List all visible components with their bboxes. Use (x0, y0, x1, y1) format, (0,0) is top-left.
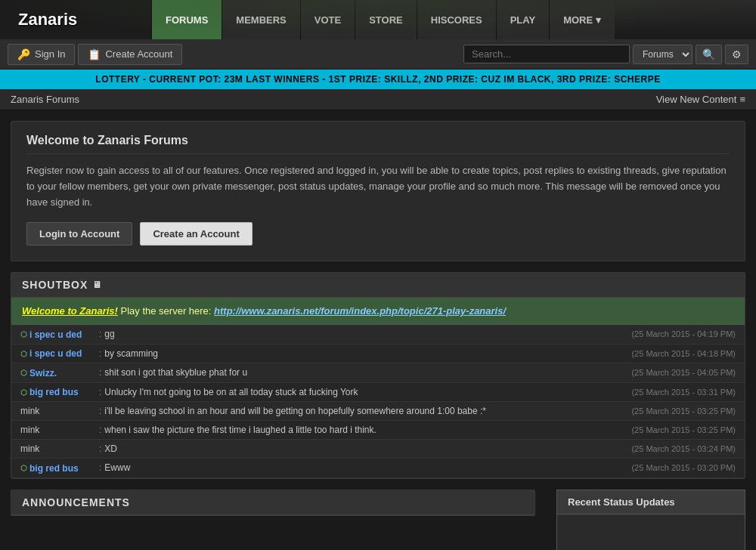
sign-in-button[interactable]: 🔑 Sign In (8, 44, 75, 65)
shout-user[interactable]: ⬡ Swizz. (20, 368, 96, 379)
shout-timestamp: (25 March 2015 - 03:24 PM) (631, 444, 736, 453)
shout-separator: : (99, 387, 101, 397)
shout-user[interactable]: ⬡ big red bus (20, 463, 96, 474)
sign-in-label: Sign In (35, 48, 65, 60)
nav-item-store[interactable]: STORE (355, 0, 417, 39)
search-button[interactable]: 🔍 (696, 45, 722, 64)
shoutbox-header: SHOUTBOX 🖥 (11, 273, 745, 298)
shout-timestamp: (25 March 2015 - 04:18 PM) (631, 349, 736, 358)
shout-user[interactable]: mink (20, 425, 96, 435)
shout-message: i'll be leaving school in an hour and wi… (104, 406, 624, 416)
announcements-section: ANNOUNCEMENTS (11, 490, 535, 516)
user-rank-icon: ⬡ (20, 388, 27, 397)
shoutbox-section: SHOUTBOX 🖥 Welcome to Zanaris! Play the … (11, 272, 745, 479)
shout-timestamp: (25 March 2015 - 03:31 PM) (631, 388, 736, 397)
site-logo[interactable]: Zanaris (0, 0, 151, 39)
shout-user[interactable]: mink (20, 443, 96, 454)
shout-timestamp: (25 March 2015 - 03:25 PM) (631, 406, 736, 416)
shoutbox-welcome-msg: Welcome to Zanaris! Play the server here… (11, 298, 745, 325)
shout-message: Unlucky I'm not going to be on at all to… (104, 387, 624, 397)
shout-timestamp: (25 March 2015 - 03:20 PM) (631, 463, 736, 472)
breadcrumb-bar: Zanaris Forums View New Content ≡ (0, 89, 756, 110)
user-rank-icon: ⬡ (20, 369, 27, 377)
welcome-buttons: Login to Account Create an Account (26, 222, 730, 246)
shout-row: mink : when i saw the picture the first … (11, 421, 745, 440)
lottery-bar: LOTTERY - CURRENT POT: 23M LAST WINNERS … (0, 70, 756, 89)
shoutbox-icon: 🖥 (92, 280, 102, 290)
welcome-box: Welcome to Zanaris Forums Register now t… (11, 121, 745, 261)
shout-message: Ewww (104, 462, 624, 473)
nav-item-vote[interactable]: VOTE (300, 0, 355, 39)
shout-separator: : (99, 367, 101, 378)
shout-message: when i saw the picture the first time i … (104, 425, 624, 435)
view-new-content-button[interactable]: View New Content ≡ (656, 94, 745, 105)
create-icon: 📋 (88, 48, 101, 60)
shout-row: ⬡ big red bus : Unlucky I'm not going to… (11, 383, 745, 403)
user-rank-icon: ⬡ (20, 330, 27, 338)
nav-item-members[interactable]: MEMBERS (222, 0, 299, 39)
welcome-text-part: Play the server here: (118, 305, 214, 317)
shout-message: shit son i got that skyblue phat for u (104, 367, 624, 378)
shout-row: mink : i'll be leaving school in an hour… (11, 402, 745, 421)
user-rank-icon: ⬡ (20, 464, 27, 472)
create-account-label: Create Account (105, 48, 172, 60)
shout-row: ⬡ big red bus : Ewww (25 March 2015 - 03… (11, 459, 745, 478)
welcome-bold-link[interactable]: Welcome to Zanaris! (22, 305, 118, 317)
shout-timestamp: (25 March 2015 - 04:19 PM) (631, 329, 736, 338)
shout-timestamp: (25 March 2015 - 04:05 PM) (631, 368, 736, 377)
shout-row: mink : XD (25 March 2015 - 03:24 PM) (11, 440, 745, 459)
shout-row: ⬡ i spec u ded : by scamming (25 March 2… (11, 345, 745, 364)
nav-links: FORUMSMEMBERSVOTESTOREHISCORESPLAYMORE ▾ (151, 0, 756, 39)
bottom-left: ANNOUNCEMENTS (11, 490, 535, 527)
shout-timestamp: (25 March 2015 - 03:25 PM) (631, 425, 736, 434)
nav-item-forums[interactable]: FORUMS (151, 0, 222, 39)
shout-separator: : (99, 348, 101, 359)
shoutbox-body: Welcome to Zanaris! Play the server here… (11, 298, 745, 478)
login-to-account-button[interactable]: Login to Account (26, 222, 132, 246)
signin-icon: 🔑 (17, 48, 30, 60)
shout-row: ⬡ Swizz. : shit son i got that skyblue p… (11, 363, 745, 383)
create-account-button[interactable]: 📋 Create Account (78, 44, 182, 65)
create-an-account-button[interactable]: Create an Account (140, 222, 252, 246)
welcome-text: Register now to gain access to all of ou… (26, 163, 730, 210)
top-navigation: Zanaris FORUMSMEMBERSVOTESTOREHISCORESPL… (0, 0, 756, 39)
shout-separator: : (99, 443, 101, 454)
main-content: Welcome to Zanaris Forums Register now t… (0, 110, 756, 550)
server-link[interactable]: http://www.zanaris.net/forum/index.php/t… (214, 305, 506, 317)
search-scope-select[interactable]: Forums (633, 45, 692, 64)
status-panel: Recent Status Updates (556, 490, 745, 550)
list-icon: ≡ (739, 94, 745, 105)
user-rank-icon: ⬡ (20, 350, 27, 358)
view-new-content-label: View New Content (656, 94, 737, 105)
shout-separator: : (99, 329, 101, 339)
shout-row: ⬡ i spec u ded : gg (25 March 2015 - 04:… (11, 325, 745, 345)
announcements-header: ANNOUNCEMENTS (11, 490, 534, 515)
shout-separator: : (99, 406, 101, 416)
search-input[interactable] (463, 45, 630, 63)
breadcrumb-home[interactable]: Zanaris Forums (11, 94, 79, 105)
nav-item-more[interactable]: MORE ▾ (549, 0, 615, 39)
shout-user[interactable]: ⬡ i spec u ded (20, 329, 96, 340)
nav-item-play[interactable]: PLAY (496, 0, 549, 39)
shout-message: gg (104, 329, 624, 339)
settings-button[interactable]: ⚙ (725, 45, 748, 64)
secondary-bar: 🔑 Sign In 📋 Create Account Forums 🔍 ⚙ (0, 39, 756, 70)
search-area: Forums 🔍 ⚙ (463, 45, 748, 64)
status-body (556, 514, 745, 550)
shoutbox-title: SHOUTBOX (22, 279, 88, 291)
shout-user[interactable]: ⬡ big red bus (20, 387, 96, 397)
shout-separator: : (99, 462, 101, 473)
nav-item-hiscores[interactable]: HISCORES (417, 0, 496, 39)
shout-message: XD (104, 443, 624, 454)
bottom-area: ANNOUNCEMENTS Recent Status Updates (11, 490, 745, 550)
shout-message: by scamming (104, 348, 624, 359)
shout-user[interactable]: ⬡ i spec u ded (20, 348, 96, 359)
shoutbox-messages[interactable]: ⬡ i spec u ded : gg (25 March 2015 - 04:… (11, 325, 745, 478)
shout-separator: : (99, 425, 101, 435)
status-header: Recent Status Updates (556, 490, 745, 514)
welcome-title: Welcome to Zanaris Forums (26, 134, 730, 154)
shout-user[interactable]: mink (20, 406, 96, 416)
